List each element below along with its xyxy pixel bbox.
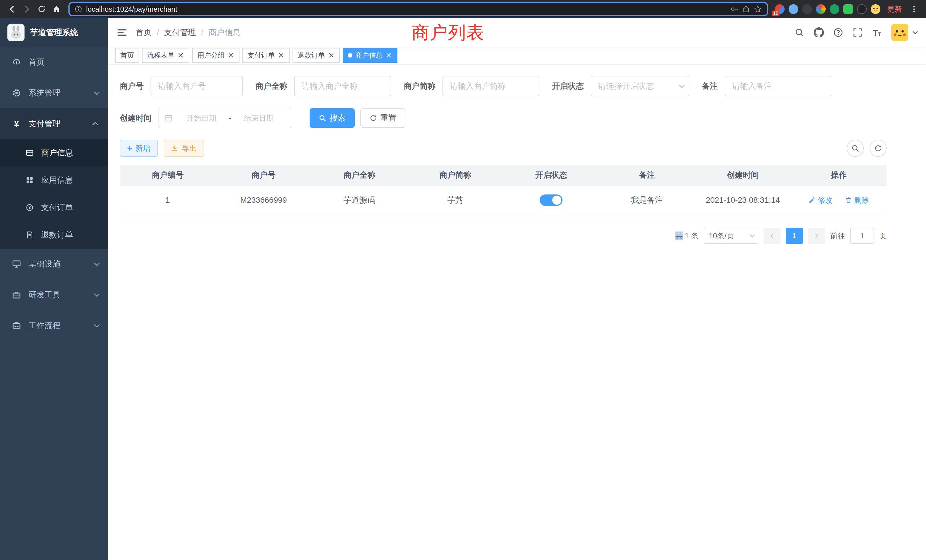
browser-back-button[interactable]	[5, 2, 20, 17]
sidebar-item-workflow[interactable]: 工作流程	[0, 310, 108, 341]
search-button[interactable]: 搜索	[310, 108, 355, 128]
browser-home-button[interactable]	[49, 2, 64, 17]
avatar-caret-down-icon[interactable]	[912, 30, 918, 35]
next-page-button[interactable]	[808, 228, 825, 244]
toolbox-icon	[12, 290, 21, 300]
goto-page-input[interactable]	[850, 228, 874, 244]
browser-chrome: localhost:1024/pay/merchant 10 更新	[0, 0, 926, 18]
chevron-up-icon	[92, 122, 98, 127]
status-toggle[interactable]	[540, 194, 563, 206]
cell-merchant-no: M233666999	[216, 185, 311, 215]
app-logo[interactable]: 芋道管理系统	[0, 18, 108, 47]
prev-page-button[interactable]	[764, 228, 781, 244]
url-text[interactable]: localhost:1024/pay/merchant	[86, 5, 726, 14]
active-tab-dot	[348, 53, 353, 58]
close-icon[interactable]	[278, 52, 284, 59]
sidebar-item-infra[interactable]: 基础设施	[0, 249, 108, 279]
tab-merchant-info[interactable]: 商户信息	[343, 48, 398, 63]
trash-icon	[845, 197, 852, 204]
sidebar-item-home[interactable]: 首页	[0, 47, 108, 77]
page-size-select[interactable]: 10条/页	[704, 228, 758, 244]
sidebar-item-payment[interactable]: ¥ 支付管理	[0, 108, 108, 139]
extension-icon-7[interactable]	[857, 4, 867, 14]
pencil-icon	[808, 197, 816, 204]
site-info-icon[interactable]	[75, 5, 82, 13]
close-icon[interactable]	[177, 52, 184, 59]
delete-link[interactable]: 删除	[845, 195, 869, 205]
github-icon[interactable]	[810, 24, 828, 41]
search-icon[interactable]	[791, 24, 808, 41]
close-icon[interactable]	[386, 52, 392, 59]
tab-process-form[interactable]: 流程表单	[142, 48, 189, 63]
user-avatar[interactable]	[891, 24, 908, 41]
browser-forward-button[interactable]	[20, 2, 34, 17]
search-icon	[851, 144, 859, 152]
merchant-full-name-input[interactable]	[294, 76, 391, 96]
extension-icon-6[interactable]	[843, 4, 853, 14]
remark-input[interactable]	[725, 76, 831, 96]
close-icon[interactable]	[227, 52, 235, 59]
merchant-no-input[interactable]	[151, 76, 243, 96]
navbar-actions	[791, 24, 918, 41]
browser-update-button[interactable]: 更新	[887, 4, 902, 14]
filter-create-time: 创建时间 开始日期 - 结束日期	[120, 108, 291, 128]
page-unit-label: 页	[879, 231, 887, 241]
breadcrumb-home[interactable]: 首页	[136, 27, 152, 38]
card-icon	[25, 148, 34, 157]
sidebar-item-app-info[interactable]: 应用信息	[0, 166, 108, 194]
extensions-area: 10	[775, 4, 881, 14]
status-select[interactable]: 请选择开启状态	[591, 76, 689, 96]
fullscreen-icon[interactable]	[849, 24, 866, 41]
chevron-down-icon	[94, 260, 100, 266]
sidebar-item-system[interactable]: 系统管理	[0, 77, 108, 108]
export-button[interactable]: 导出	[163, 140, 204, 157]
extension-icon-2[interactable]	[788, 4, 798, 14]
sidebar-item-pay-order[interactable]: 支付订单	[0, 194, 108, 221]
extension-icon-4[interactable]	[816, 4, 826, 14]
create-time-range-picker[interactable]: 开始日期 - 结束日期	[159, 108, 291, 128]
filter-row-1: 商户号 商户全称 商户简称 开启状态 请选择开启状态	[120, 76, 915, 96]
cell-full-name: 芋道源码	[312, 185, 407, 215]
password-key-icon[interactable]	[731, 5, 738, 13]
sidebar-item-dev-tools[interactable]: 研发工具	[0, 279, 108, 310]
edit-link[interactable]: 修改	[808, 195, 832, 205]
bookmark-star-icon[interactable]	[754, 5, 762, 13]
close-icon[interactable]	[328, 52, 335, 59]
tags-view-bar: 首页 流程表单 用户分组 支付订单 退款订单 商户信息	[108, 47, 926, 64]
extension-icon-3[interactable]	[802, 4, 812, 14]
chevron-down-icon	[94, 89, 100, 95]
extension-icon-1[interactable]: 10	[775, 4, 785, 14]
address-bar[interactable]: localhost:1024/pay/merchant	[68, 2, 768, 16]
add-button[interactable]: + 新增	[120, 140, 158, 157]
merchant-short-name-input[interactable]	[442, 76, 539, 96]
show-search-button[interactable]	[847, 140, 864, 157]
table-toolbar: + 新增 导出	[120, 140, 887, 157]
profile-avatar[interactable]	[871, 4, 881, 14]
font-size-icon[interactable]	[869, 24, 885, 41]
sidebar-item-merchant-info[interactable]: 商户信息	[0, 139, 108, 166]
cell-merchant-id: 1	[120, 185, 216, 215]
date-end-input[interactable]: 结束日期	[232, 113, 285, 123]
refresh-table-button[interactable]	[870, 140, 887, 157]
cell-create-time: 2021-10-23 08:31:14	[695, 185, 791, 215]
sidebar-item-refund-order[interactable]: 退款订单	[0, 221, 108, 249]
tab-home[interactable]: 首页	[115, 48, 139, 63]
tab-pay-order[interactable]: 支付订单	[242, 48, 290, 63]
reset-button[interactable]: 重置	[360, 108, 406, 128]
browser-menu-icon[interactable]	[906, 2, 921, 17]
tab-refund-order[interactable]: 退款订单	[292, 48, 340, 63]
sidebar-toggle-icon[interactable]	[108, 18, 136, 47]
extension-icon-5[interactable]	[830, 4, 839, 14]
filter-merchant-no: 商户号	[120, 76, 243, 96]
browser-reload-button[interactable]	[34, 2, 49, 17]
filter-full-name: 商户全称	[256, 76, 391, 96]
tab-user-group[interactable]: 用户分组	[192, 48, 239, 63]
date-start-input[interactable]: 开始日期	[175, 113, 228, 123]
refresh-icon	[874, 144, 882, 152]
chevron-down-icon	[750, 233, 755, 238]
breadcrumb-payment[interactable]: 支付管理	[164, 27, 196, 38]
page-number-button[interactable]: 1	[786, 228, 803, 244]
help-icon[interactable]	[830, 24, 847, 41]
chevron-down-icon	[94, 291, 100, 297]
share-icon[interactable]	[742, 5, 750, 13]
